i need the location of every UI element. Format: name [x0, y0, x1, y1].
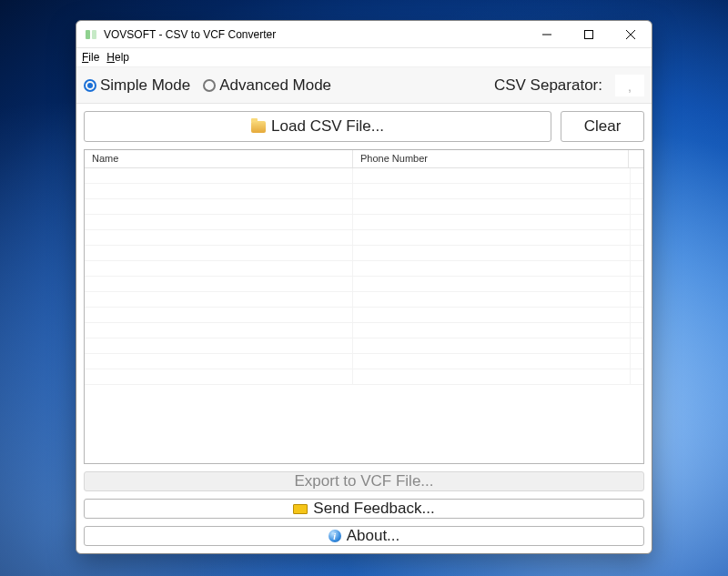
feedback-label: Send Feedback...	[313, 500, 434, 518]
menubar: File Help	[76, 48, 652, 67]
window-controls	[526, 21, 652, 47]
load-csv-label: Load CSV File...	[271, 117, 384, 136]
export-button[interactable]: Export to VCF File...	[84, 471, 644, 491]
table-header: Name Phone Number	[85, 150, 643, 168]
csv-separator-label: CSV Separator:	[494, 76, 602, 95]
menu-help[interactable]: Help	[106, 51, 129, 64]
about-label: About...	[347, 527, 400, 545]
data-table: Name Phone Number	[84, 149, 644, 464]
folder-icon	[251, 121, 266, 133]
svg-rect-0	[86, 30, 90, 39]
maximize-button[interactable]	[568, 21, 610, 47]
column-header-spacer	[629, 150, 643, 167]
advanced-mode-label: Advanced Mode	[219, 76, 331, 95]
simple-mode-radio[interactable]: Simple Mode	[84, 76, 190, 95]
info-icon: i	[329, 530, 341, 542]
clear-label: Clear	[584, 117, 622, 136]
minimize-button[interactable]	[526, 21, 568, 47]
app-icon	[84, 27, 98, 42]
window-title: VOVSOFT - CSV to VCF Converter	[104, 28, 526, 41]
mail-icon	[293, 504, 308, 514]
menu-file[interactable]: File	[82, 51, 99, 64]
close-icon	[626, 30, 635, 39]
svg-rect-1	[92, 30, 96, 39]
maximize-icon	[584, 30, 593, 39]
app-window: VOVSOFT - CSV to VCF Converter File Help	[76, 20, 652, 554]
radio-checked-icon	[84, 79, 96, 92]
close-button[interactable]	[610, 21, 652, 47]
clear-button[interactable]: Clear	[561, 111, 644, 142]
feedback-button[interactable]: Send Feedback...	[84, 499, 644, 519]
advanced-mode-radio[interactable]: Advanced Mode	[203, 76, 331, 95]
column-header-phone[interactable]: Phone Number	[353, 150, 629, 167]
csv-separator-input[interactable]	[615, 75, 644, 96]
desktop-wallpaper: VOVSOFT - CSV to VCF Converter File Help	[0, 0, 728, 576]
titlebar[interactable]: VOVSOFT - CSV to VCF Converter	[76, 21, 652, 48]
bottom-button-group: Export to VCF File... Send Feedback... i…	[76, 471, 652, 553]
table-body[interactable]	[85, 168, 643, 463]
top-button-row: Load CSV File... Clear	[76, 104, 652, 149]
simple-mode-label: Simple Mode	[100, 76, 190, 95]
column-header-name[interactable]: Name	[85, 150, 353, 167]
load-csv-button[interactable]: Load CSV File...	[84, 111, 551, 142]
export-label: Export to VCF File...	[294, 472, 433, 490]
svg-rect-3	[585, 30, 593, 38]
radio-unchecked-icon	[203, 79, 216, 92]
about-button[interactable]: i About...	[84, 526, 644, 546]
minimize-icon	[542, 30, 551, 39]
mode-toolbar: Simple Mode Advanced Mode CSV Separator:	[76, 67, 652, 104]
